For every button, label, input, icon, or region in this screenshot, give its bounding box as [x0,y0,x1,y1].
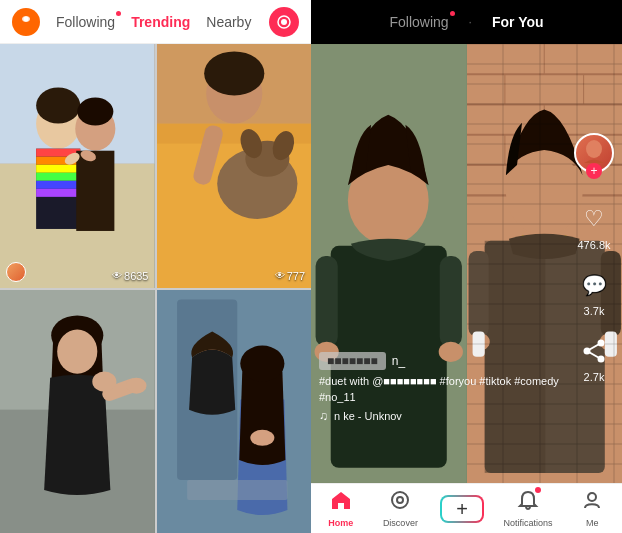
share-count: 2.7k [584,371,605,383]
add-nav-item[interactable]: + [440,495,484,523]
cell-1-overlay [6,262,26,282]
left-header: Following Trending Nearby [0,0,311,44]
right-sidebar-actions: + ♡ 476.8k 💬 3.7k [574,133,614,383]
svg-point-39 [92,371,116,391]
left-nav: Following Trending Nearby [12,8,251,36]
svg-rect-47 [187,479,287,499]
eye-icon-1: 👁 [112,270,122,281]
cell-1-count: 👁 8635 [112,270,148,282]
video-cell-3[interactable] [0,290,155,534]
home-icon [330,489,352,516]
left-following-tab[interactable]: Following [56,14,115,30]
discover-nav-item[interactable]: Discover [380,489,420,528]
left-nearby-tab[interactable]: Nearby [206,14,251,30]
cell-1-avatar [6,262,26,282]
notifications-icon [517,489,539,516]
music-text: n ke - Unknov [334,410,402,422]
live-button[interactable] [269,7,299,37]
eye-icon-2: 👁 [275,270,285,281]
notifications-nav-item[interactable]: Notifications [504,489,553,528]
left-panel: Following Trending Nearby [0,0,311,533]
video-cell-1[interactable]: 👁 8635 [0,44,155,288]
like-icon: ♡ [576,201,612,237]
app-logo [12,8,40,36]
right-for-you-tab[interactable]: For You [492,14,544,30]
svg-point-36 [57,329,97,373]
right-panel: Following · For You [311,0,622,533]
svg-point-0 [24,16,29,21]
right-header: Following · For You [311,0,622,44]
svg-point-25 [204,51,264,95]
video-cell-4[interactable] [157,290,312,534]
nav-separator: · [469,15,472,29]
notification-dot [535,487,541,493]
share-action[interactable]: 2.7k [576,333,612,383]
svg-rect-53 [316,256,338,347]
svg-rect-15 [36,181,80,189]
home-nav-item[interactable]: Home [321,489,361,528]
music-icon: ♫ [319,409,328,423]
video-cell-2[interactable]: 👁 777 [157,44,312,288]
svg-point-8 [36,87,80,123]
me-label: Me [586,518,599,528]
comment-icon: 💬 [576,267,612,303]
svg-line-83 [587,351,601,359]
video-hashtags: #duet with @■■■■■■■■ #foryou #tiktok #co… [319,374,567,405]
like-count: 476.8k [577,239,610,251]
follow-plus-icon: + [586,163,602,179]
svg-rect-16 [36,189,80,197]
svg-point-85 [397,497,403,503]
me-nav-item[interactable]: Me [572,489,612,528]
discover-icon [389,489,411,516]
svg-point-2 [281,19,287,25]
svg-point-9 [77,98,113,126]
home-label: Home [328,518,353,528]
creator-avatar: + [574,133,614,173]
comment-action[interactable]: 💬 3.7k [576,267,612,317]
svg-rect-14 [36,173,80,181]
add-button[interactable]: + [440,495,484,523]
left-trending-tab[interactable]: Trending [131,14,190,30]
notifications-label: Notifications [504,518,553,528]
comment-count: 3.7k [584,305,605,317]
username-suffix: n_ [392,354,405,368]
video-grid: 👁 8635 [0,44,311,533]
music-row: ♫ n ke - Unknov [319,409,567,423]
bottom-navigation: Home Discover + [311,483,622,533]
discover-label: Discover [383,518,418,528]
add-icon: + [456,499,468,519]
svg-point-84 [392,492,408,508]
svg-point-86 [588,493,596,501]
svg-rect-54 [440,256,462,347]
username-row: ■■■■■■■ n_ [319,352,567,370]
right-following-tab[interactable]: Following [389,14,448,30]
me-icon [581,489,603,516]
share-icon [576,333,612,369]
svg-line-82 [587,343,601,351]
following-dot [116,11,121,16]
creator-avatar-action[interactable]: + [574,133,614,177]
right-video-area: + ♡ 476.8k 💬 3.7k [311,44,622,483]
cell-2-count: 👁 777 [275,270,305,282]
video-info: ■■■■■■■ n_ #duet with @■■■■■■■■ #foryou … [319,352,567,423]
svg-point-45 [240,345,284,381]
svg-rect-17 [76,151,114,231]
svg-rect-13 [36,165,80,173]
svg-point-38 [126,377,146,393]
like-action[interactable]: ♡ 476.8k [576,201,612,251]
right-following-dot [450,11,455,16]
username-box: ■■■■■■■ [319,352,386,370]
svg-point-78 [586,140,602,158]
svg-point-46 [250,429,274,445]
